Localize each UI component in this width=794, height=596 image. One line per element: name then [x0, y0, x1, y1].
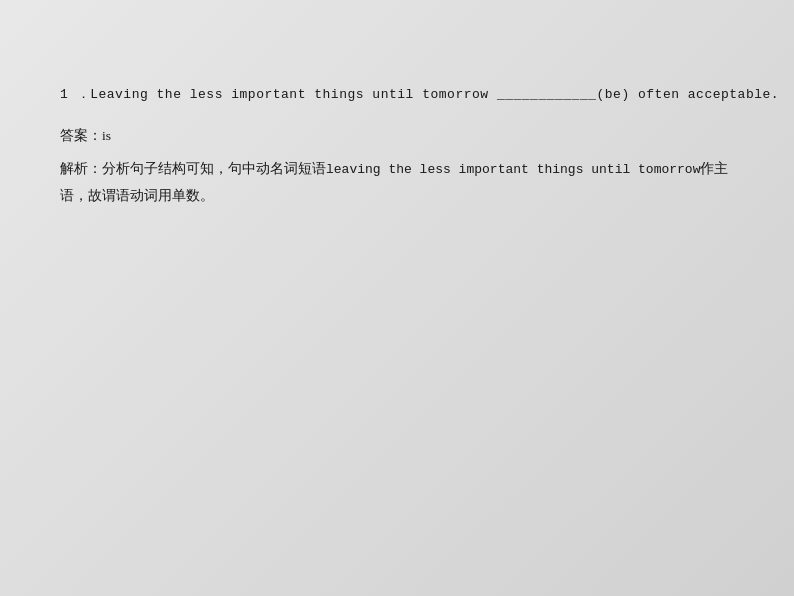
analysis-section: 解析：分析句子结构可知，句中动名词短语leaving the less impo… — [60, 156, 734, 208]
question-number: 1 — [60, 87, 68, 102]
main-content: 1 ．Leaving the less important things unt… — [0, 0, 794, 248]
answer-value: is — [102, 128, 111, 143]
question-text: 1 ．Leaving the less important things unt… — [60, 85, 734, 106]
answer-section: 答案：is — [60, 124, 734, 148]
answer-label: 答案： — [60, 128, 102, 143]
question-body: ．Leaving the less important things until… — [77, 87, 780, 102]
analysis-label: 解析： — [60, 161, 102, 176]
analysis-text: 分析句子结构可知，句中动名词短语leaving the less importa… — [60, 161, 728, 203]
